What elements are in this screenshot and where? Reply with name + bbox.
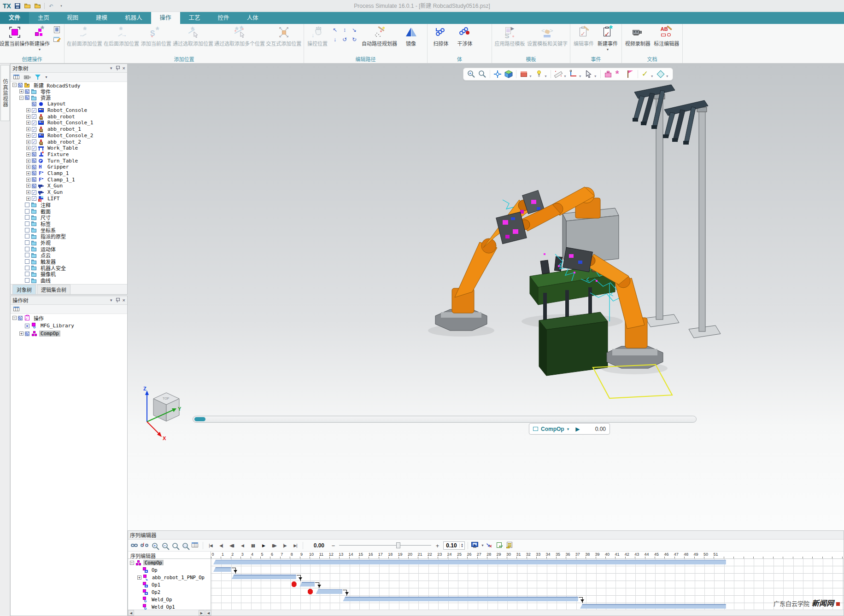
- object-tree-row[interactable]: +abb_robot: [11, 113, 127, 120]
- gantt-row-label[interactable]: CompOp: [143, 560, 164, 565]
- operation-tree-row[interactable]: −✓操作: [11, 314, 127, 322]
- visibility-checkbox[interactable]: [25, 331, 29, 336]
- expand-icon[interactable]: +: [137, 575, 141, 580]
- gantt-bar-abb_robot_1_PNP_Op[interactable]: [232, 575, 296, 579]
- visibility-checkbox[interactable]: [32, 152, 36, 157]
- ribbon-button-自动路径规划器[interactable]: 自动路径规划器: [360, 24, 399, 56]
- link-icon[interactable]: [130, 541, 139, 549]
- ribbon-button-设置模板和关键字[interactable]: <>设置模板和关键字: [526, 24, 569, 56]
- visibility-checkbox[interactable]: [25, 234, 29, 238]
- expand-icon[interactable]: +: [26, 115, 30, 119]
- zoom-in-icon[interactable]: +: [466, 69, 476, 79]
- visibility-checkbox[interactable]: [32, 127, 36, 132]
- expand-icon[interactable]: +: [26, 184, 30, 188]
- ribbon-tab-控件[interactable]: 控件: [209, 12, 238, 24]
- tree-node-label[interactable]: Robot_Console: [46, 107, 88, 113]
- zoom-window-icon[interactable]: [477, 69, 487, 79]
- step-to-end-button[interactable]: |▶: [280, 541, 289, 549]
- chevron-down-icon[interactable]: ▼: [651, 75, 654, 78]
- gantt-bar-Op1[interactable]: [299, 582, 315, 587]
- visibility-checkbox[interactable]: [25, 272, 29, 276]
- object-tree-row[interactable]: +FClamp_1: [11, 170, 127, 177]
- tree-node-label[interactable]: abb_robot_2: [46, 139, 82, 145]
- collapse-icon[interactable]: −: [19, 96, 23, 100]
- visibility-checkbox[interactable]: [32, 196, 36, 201]
- expand-icon[interactable]: +: [26, 121, 30, 125]
- visibility-checkbox[interactable]: [32, 146, 36, 151]
- visibility-checkbox[interactable]: [32, 114, 36, 119]
- slider-handle[interactable]: [194, 417, 205, 421]
- gantt-bar-CompOp[interactable]: [213, 560, 726, 564]
- ribbon-button-扫掠体[interactable]: 扫掠体: [429, 24, 453, 56]
- export-path-icon[interactable]: ↘×: [486, 541, 494, 549]
- tree-node-label[interactable]: Work_Table: [46, 145, 79, 151]
- ribbon-button-设置当前操作[interactable]: 设置当前操作: [1, 24, 28, 56]
- rotate-ccw-icon[interactable]: ↺: [340, 35, 349, 45]
- jump-to-end-button[interactable]: ▶|: [291, 541, 300, 549]
- expand-icon[interactable]: +: [26, 108, 30, 112]
- object-tree-row[interactable]: 机器人安全: [11, 265, 127, 271]
- visibility-checkbox[interactable]: [25, 240, 29, 245]
- ribbon-tab-文件[interactable]: 文件: [0, 12, 29, 24]
- play-button[interactable]: ▶: [575, 426, 580, 432]
- object-tree-row[interactable]: 触发器: [11, 258, 127, 265]
- create-frame-icon[interactable]: [569, 69, 579, 79]
- object-tree-row[interactable]: +Fixture: [11, 151, 127, 158]
- ribbon-button-在前面添加位置[interactable]: *←在前面添加位置: [66, 24, 103, 56]
- marker-flag-icon[interactable]: [625, 69, 635, 79]
- tree-node-label[interactable]: CompOp: [39, 331, 60, 337]
- visibility-checkbox[interactable]: [25, 89, 29, 94]
- zoom-in-icon[interactable]: +: [151, 541, 159, 549]
- pick-intent-icon[interactable]: [584, 69, 594, 79]
- measure-icon[interactable]: [553, 69, 563, 79]
- pin-icon[interactable]: [116, 298, 119, 302]
- panel-menu-icon[interactable]: ▾: [110, 66, 112, 70]
- expand-icon[interactable]: +: [26, 171, 30, 175]
- path-flip-icon[interactable]: ↕: [340, 26, 349, 35]
- path-offset-icon[interactable]: ↘: [350, 26, 359, 35]
- object-tree-row[interactable]: +零件: [11, 88, 127, 95]
- play-forward-step-button[interactable]: ▮▶: [270, 541, 279, 549]
- visibility-checkbox[interactable]: [25, 266, 29, 270]
- operation-tree-row[interactable]: ↻MFG_Library: [11, 322, 127, 330]
- placement-icon[interactable]: [603, 69, 613, 79]
- attach-icon[interactable]: *: [614, 69, 624, 79]
- ribbon-button-标注编辑器[interactable]: AB标注编辑器: [652, 24, 681, 56]
- visibility-checkbox[interactable]: [32, 158, 36, 163]
- slider-minus-button[interactable]: −: [328, 541, 338, 549]
- report-icon[interactable]: [506, 541, 515, 549]
- gantt-tree-cell[interactable]: Op1: [128, 581, 211, 588]
- visibility-checkbox[interactable]: [25, 324, 29, 328]
- visibility-checkbox[interactable]: [18, 83, 23, 87]
- columns-icon[interactable]: [191, 541, 200, 549]
- object-tree-row[interactable]: +abb_robot_1: [11, 126, 127, 133]
- expand-icon[interactable]: +: [26, 178, 30, 182]
- visibility-checkbox[interactable]: [25, 95, 29, 100]
- ribbon-button-添加当前位置[interactable]: *S添加当前位置: [140, 24, 172, 56]
- jump-to-start-button[interactable]: |◀: [206, 541, 215, 549]
- expand-icon[interactable]: +: [26, 127, 30, 131]
- collapse-icon[interactable]: −: [12, 316, 17, 320]
- tree-node-label[interactable]: 操作: [32, 314, 45, 322]
- visibility-checkbox[interactable]: [32, 165, 36, 169]
- display-solid-icon[interactable]: [519, 69, 529, 79]
- chevron-down-icon[interactable]: ▼: [544, 75, 547, 78]
- expand-icon[interactable]: +: [26, 134, 30, 138]
- expand-icon[interactable]: +: [26, 190, 30, 194]
- current-operation-label[interactable]: CompOp: [541, 426, 564, 432]
- visibility-checkbox[interactable]: [25, 278, 29, 283]
- tree-node-label[interactable]: X_Gun: [46, 183, 64, 189]
- play-backward-step-button[interactable]: ◀▮: [227, 541, 236, 549]
- ribbon-tab-机器人[interactable]: 机器人: [116, 12, 151, 24]
- play-backward-button[interactable]: ◀: [238, 541, 247, 549]
- object-tree-row[interactable]: +X_Gun: [11, 189, 127, 196]
- object-tree-row[interactable]: +Robot_Console_1: [11, 120, 127, 126]
- chevron-down-icon[interactable]: ▼: [481, 544, 484, 547]
- object-tree-row[interactable]: 点云: [11, 252, 127, 259]
- gantt-row-label[interactable]: Weld_Op: [150, 597, 173, 602]
- expand-icon[interactable]: +: [26, 146, 30, 150]
- view-cube[interactable]: TOP Z Y X: [134, 385, 186, 441]
- import-ops-icon[interactable]: ↩: [496, 541, 504, 549]
- tab-逻辑集合树[interactable]: 逻辑集合树: [37, 285, 70, 294]
- chevron-down-icon[interactable]: ▾: [39, 47, 41, 52]
